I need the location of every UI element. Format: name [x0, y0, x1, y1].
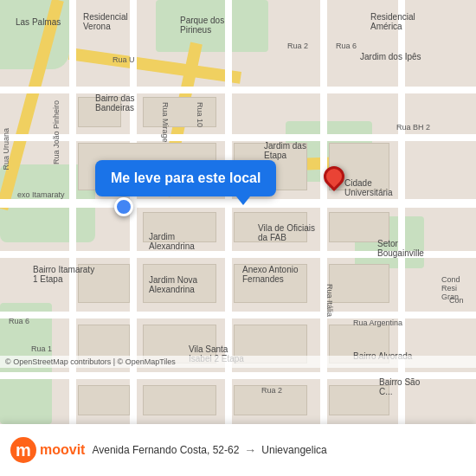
moovit-icon: m: [10, 437, 36, 463]
map-attribution: © OpenStreetMap contributors | © OpenMap…: [0, 356, 476, 368]
block: [78, 385, 130, 415]
route-arrow-icon: →: [244, 443, 256, 457]
green-area: [156, 0, 268, 52]
block: [78, 264, 130, 303]
map-container: Las Palmas ResidencialVerona Parque dosP…: [0, 0, 476, 424]
bottom-bar: m moovit Avenida Fernando Costa, 52-62 →…: [0, 424, 476, 476]
block: [143, 385, 216, 415]
block: [234, 212, 307, 242]
block: [143, 97, 216, 127]
block: [143, 212, 216, 242]
destination-marker: [324, 166, 344, 187]
block: [234, 385, 307, 415]
moovit-brand: moovit: [40, 442, 85, 458]
block: [329, 385, 389, 415]
block: [143, 264, 216, 303]
moovit-logo: m moovit: [10, 437, 85, 463]
route-info: Avenida Fernando Costa, 52-62 → Unievang…: [92, 443, 466, 457]
origin-marker: [114, 197, 133, 216]
block: [78, 97, 121, 127]
tooltip-bubble[interactable]: Me leve para este local: [95, 160, 276, 196]
origin-label: Avenida Fernando Costa, 52-62: [92, 444, 239, 456]
block: [329, 264, 389, 303]
block: [329, 212, 389, 242]
block: [234, 264, 307, 303]
destination-label: Unievangelica: [261, 444, 326, 456]
